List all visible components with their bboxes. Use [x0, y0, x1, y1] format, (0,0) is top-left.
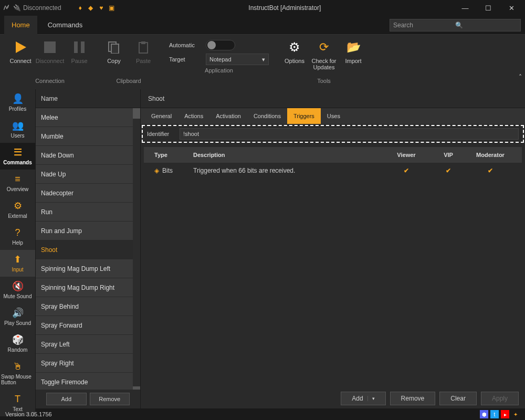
nav-item-external[interactable]: ⚙External [0, 196, 35, 223]
nav-icon: T [11, 393, 25, 405]
folder-icon: 📂 [345, 39, 362, 56]
nav-item-overview[interactable]: ≡Overview [0, 170, 35, 196]
nav-icon: 👥 [11, 119, 25, 132]
nav-icon: ≡ [11, 173, 25, 185]
connection-status: Disconnected [23, 4, 61, 12]
list-item[interactable]: Shoot [36, 240, 140, 259]
connect-button[interactable]: Connect [6, 37, 35, 66]
youtube-icon[interactable]: ▸ [501, 410, 509, 418]
paste-icon [135, 39, 152, 56]
badge-icon-2: ◆ [87, 4, 95, 12]
close-button[interactable]: ✕ [500, 0, 523, 16]
minimize-button[interactable]: — [454, 0, 477, 16]
list-item[interactable]: Spray Forward [36, 316, 140, 335]
list-item[interactable]: Nadecopter [36, 184, 140, 203]
list-item[interactable]: Spray Left [36, 335, 140, 354]
nav-icon: 🖱 [11, 360, 25, 373]
discord-icon[interactable]: ⬢ [480, 410, 488, 418]
svg-rect-5 [111, 44, 119, 54]
search-input[interactable]: Search 🔍 [390, 19, 521, 32]
nav-icon: 👤 [11, 92, 25, 105]
list-item[interactable]: Spinning Mag Dump Right [36, 278, 140, 297]
list-item[interactable]: Run [36, 203, 140, 222]
nav-icon: ⬆ [11, 253, 25, 266]
detail-tab-triggers[interactable]: Triggers [287, 108, 321, 124]
search-icon: 🔍 [455, 22, 517, 29]
list-item[interactable]: Mumble [36, 127, 140, 146]
nav-item-random[interactable]: 🎲Random [0, 330, 35, 357]
gear-icon: ⚙ [286, 39, 303, 56]
maximize-button[interactable]: ☐ [477, 0, 500, 16]
list-add-button[interactable]: Add [46, 393, 87, 405]
window-title: InstructBot [Administrator] [116, 4, 454, 12]
nav-item-input[interactable]: ⬆Input [0, 250, 35, 277]
triggers-table-header: Type Description Viewer VIP Moderator [144, 147, 522, 163]
detail-tab-uses[interactable]: Uses [321, 108, 346, 124]
copy-icon [106, 39, 122, 56]
ribbon-group-clipboard: Clipboard [100, 76, 158, 87]
nav-item-profiles[interactable]: 👤Profiles [0, 89, 35, 116]
disconnect-button[interactable]: Disconnect [36, 37, 64, 66]
detail-tab-general[interactable]: General [145, 108, 178, 124]
nav-icon: 🔇 [11, 280, 25, 292]
search-placeholder: Search [393, 22, 455, 29]
options-button[interactable]: ⚙ Options [280, 37, 309, 66]
nav-item-help[interactable]: ?Help [0, 223, 35, 250]
detail-apply-button[interactable]: Apply [481, 392, 519, 405]
ribbon-group-application: Application [164, 65, 274, 77]
nav-item-users[interactable]: 👥Users [0, 116, 35, 143]
detail-clear-button[interactable]: Clear [439, 392, 477, 405]
stop-icon [41, 39, 58, 56]
version-label: Version 3.05.1756 [5, 411, 52, 417]
list-item[interactable]: Nade Up [36, 165, 140, 184]
nav-icon: 🔊 [11, 307, 25, 319]
detail-tab-conditions[interactable]: Conditions [247, 108, 287, 124]
import-button[interactable]: 📂 Import [339, 37, 368, 66]
app-small-icon[interactable]: ✦ [511, 410, 520, 418]
list-item[interactable]: Toggle Firemode [36, 373, 140, 390]
app-icon: 🗲 [2, 4, 10, 12]
detail-add-button[interactable]: Add [341, 392, 385, 405]
status-bar: Version 3.05.1756 ⬢ t ▸ ✦ [0, 408, 525, 420]
svg-rect-1 [44, 41, 56, 53]
nav-item-play-sound[interactable]: 🔊Play Sound [0, 303, 35, 330]
list-item[interactable]: Spray Right [36, 354, 140, 373]
play-icon [12, 39, 29, 56]
identifier-input[interactable] [180, 128, 519, 140]
list-remove-button[interactable]: Remove [90, 393, 130, 405]
command-list[interactable]: MeleeMumbleNade DownNade UpNadecopterRun… [36, 108, 140, 390]
svg-rect-3 [81, 41, 85, 53]
tab-home[interactable]: Home [4, 16, 37, 35]
twitter-icon[interactable]: t [490, 410, 499, 418]
pause-button[interactable]: Pause [65, 37, 93, 66]
list-scrollbar[interactable] [133, 108, 140, 390]
nav-item-swap-mouse-button[interactable]: 🖱Swap Mouse Button [0, 357, 35, 390]
check-updates-button[interactable]: ⟳ Check for Updates [310, 37, 338, 72]
menu-tabs: Home Commands Search 🔍 [0, 16, 525, 35]
svg-rect-2 [74, 41, 78, 53]
refresh-icon: ⟳ [316, 39, 332, 56]
ribbon: Connect Disconnect Pause Connection Copy… [0, 35, 525, 89]
list-item[interactable]: Melee [36, 108, 140, 127]
nav-item-mute-sound[interactable]: 🔇Mute Sound [0, 277, 35, 303]
list-item[interactable]: Nade Down [36, 146, 140, 165]
ribbon-collapse-button[interactable]: ˄ [519, 74, 522, 81]
list-item[interactable]: Spinning Mag Dump Left [36, 259, 140, 278]
detail-tab-actions[interactable]: Actions [178, 108, 209, 124]
detail-tabs: GeneralActionsActivationConditionsTrigge… [141, 108, 525, 124]
plug-icon: 🔌 [13, 4, 21, 12]
paste-button[interactable]: Paste [129, 37, 158, 66]
left-nav: 👤Profiles👥Users☰Commands≡Overview⚙Extern… [0, 89, 36, 408]
target-select[interactable]: Notepad ▾ [206, 54, 269, 65]
list-item[interactable]: Run and Jump [36, 222, 140, 240]
list-item[interactable]: Spray Behind [36, 297, 140, 316]
nav-icon: ⚙ [11, 200, 25, 212]
copy-button[interactable]: Copy [100, 37, 128, 66]
bits-icon: ◈ [154, 167, 159, 174]
automatic-toggle[interactable] [206, 40, 235, 50]
trigger-row[interactable]: ◈BitsTriggered when 66 bits are received… [144, 163, 522, 178]
tab-commands[interactable]: Commands [40, 16, 90, 35]
detail-tab-activation[interactable]: Activation [209, 108, 247, 124]
nav-item-commands[interactable]: ☰Commands [0, 143, 35, 170]
detail-remove-button[interactable]: Remove [390, 392, 436, 405]
